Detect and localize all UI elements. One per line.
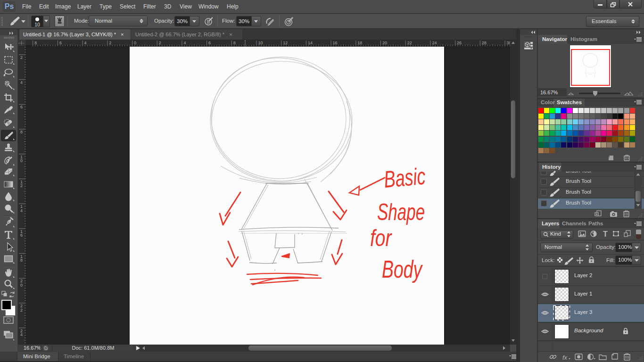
svg-text:T: T bbox=[603, 230, 608, 238]
svg-text:fx: fx bbox=[562, 354, 568, 361]
